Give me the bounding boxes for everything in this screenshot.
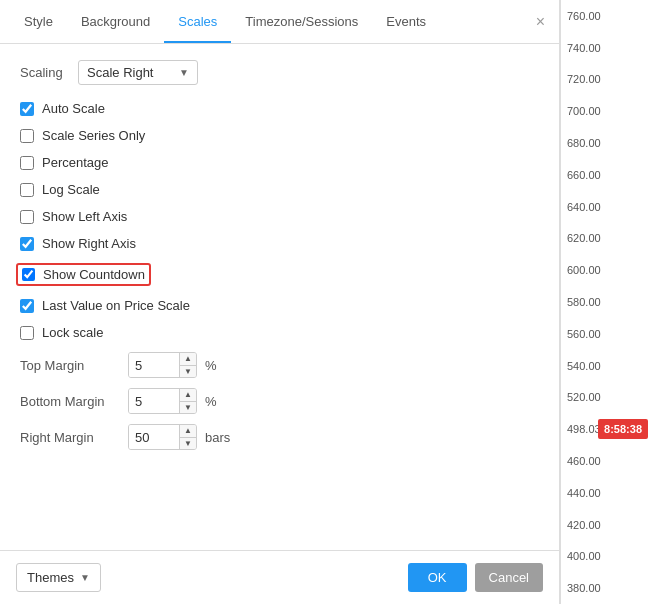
right-margin-input-wrap: ▲ ▼ (128, 424, 197, 450)
price-tick-680: 680.00 (561, 127, 648, 159)
top-margin-spin-down[interactable]: ▼ (180, 366, 196, 379)
price-tick-580: 580.00 (561, 286, 648, 318)
chevron-down-icon: ▼ (179, 67, 189, 78)
themes-label: Themes (27, 570, 74, 585)
right-margin-spin-down[interactable]: ▼ (180, 438, 196, 451)
bottom-margin-unit: % (205, 394, 217, 409)
bottom-margin-spinner: ▲ ▼ (179, 388, 196, 414)
checkbox-row-auto-scale: Auto Scale (20, 101, 539, 116)
top-margin-label: Top Margin (20, 358, 120, 373)
top-margin-spinner: ▲ ▼ (179, 352, 196, 378)
price-tick-400: 400.00 (561, 541, 648, 573)
price-tick-720: 720.00 (561, 64, 648, 96)
show-right-axis-label: Show Right Axis (42, 236, 136, 251)
themes-button[interactable]: Themes ▼ (16, 563, 101, 592)
tabs-bar: Style Background Scales Timezone/Session… (0, 0, 559, 44)
themes-chevron-icon: ▼ (80, 572, 90, 583)
dialog-footer: Themes ▼ OK Cancel (0, 550, 559, 604)
scaling-select[interactable]: Scale Right ▼ (78, 60, 198, 85)
percentage-checkbox[interactable] (20, 156, 34, 170)
checkbox-row-last-value: Last Value on Price Scale (20, 298, 539, 313)
percentage-label: Percentage (42, 155, 109, 170)
tab-style[interactable]: Style (10, 2, 67, 43)
tab-timezone[interactable]: Timezone/Sessions (231, 2, 372, 43)
right-margin-unit: bars (205, 430, 230, 445)
log-scale-checkbox[interactable] (20, 183, 34, 197)
show-countdown-checkbox[interactable] (22, 268, 35, 281)
checkbox-row-show-right-axis: Show Right Axis (20, 236, 539, 251)
price-tick-600: 600.00 (561, 254, 648, 286)
scaling-row: Scaling Scale Right ▼ (20, 60, 539, 85)
auto-scale-checkbox[interactable] (20, 102, 34, 116)
lock-scale-checkbox[interactable] (20, 326, 34, 340)
show-countdown-highlight: Show Countdown (16, 263, 151, 286)
tab-scales[interactable]: Scales (164, 2, 231, 43)
checkbox-row-lock-scale: Lock scale (20, 325, 539, 340)
margin-row-bottom: Bottom Margin ▲ ▼ % (20, 388, 539, 414)
right-margin-spinner: ▲ ▼ (179, 424, 196, 450)
price-tick-440: 440.00 (561, 477, 648, 509)
scaling-select-value: Scale Right (87, 65, 153, 80)
countdown-price-badge: 8:58:38 (598, 419, 648, 439)
checkbox-row-percentage: Percentage (20, 155, 539, 170)
show-right-axis-checkbox[interactable] (20, 237, 34, 251)
price-tick-640: 640.00 (561, 191, 648, 223)
price-tick-highlighted-area: 498.03 8:58:38 (561, 413, 648, 445)
price-tick-380: 380.00 (561, 572, 648, 604)
scaling-label: Scaling (20, 65, 70, 80)
bottom-margin-label: Bottom Margin (20, 394, 120, 409)
bottom-margin-input-wrap: ▲ ▼ (128, 388, 197, 414)
price-tick-620: 620.00 (561, 223, 648, 255)
bottom-margin-spin-up[interactable]: ▲ (180, 388, 196, 402)
last-value-label: Last Value on Price Scale (42, 298, 190, 313)
price-tick-420: 420.00 (561, 509, 648, 541)
top-margin-spin-up[interactable]: ▲ (180, 352, 196, 366)
tab-background[interactable]: Background (67, 2, 164, 43)
margin-row-top: Top Margin ▲ ▼ % (20, 352, 539, 378)
right-margin-label: Right Margin (20, 430, 120, 445)
tab-events[interactable]: Events (372, 2, 440, 43)
lock-scale-label: Lock scale (42, 325, 103, 340)
right-margin-spin-up[interactable]: ▲ (180, 424, 196, 438)
bottom-margin-spin-down[interactable]: ▼ (180, 402, 196, 415)
checkbox-row-scale-series-only: Scale Series Only (20, 128, 539, 143)
show-left-axis-label: Show Left Axis (42, 209, 127, 224)
price-tick-740: 740.00 (561, 32, 648, 64)
dialog-panel: Style Background Scales Timezone/Session… (0, 0, 560, 604)
right-margin-input[interactable] (129, 424, 179, 450)
close-icon[interactable]: × (532, 10, 549, 34)
top-margin-unit: % (205, 358, 217, 373)
scale-series-only-label: Scale Series Only (42, 128, 145, 143)
ok-button[interactable]: OK (408, 563, 467, 592)
price-tick-660: 660.00 (561, 159, 648, 191)
price-scale-ticks: 760.00 740.00 720.00 700.00 680.00 660.0… (561, 0, 648, 604)
footer-buttons: OK Cancel (408, 563, 543, 592)
last-value-checkbox[interactable] (20, 299, 34, 313)
price-tick-700: 700.00 (561, 95, 648, 127)
bottom-margin-input[interactable] (129, 388, 179, 414)
margin-row-right: Right Margin ▲ ▼ bars (20, 424, 539, 450)
price-tick-520: 520.00 (561, 382, 648, 414)
show-left-axis-checkbox[interactable] (20, 210, 34, 224)
checkbox-row-show-countdown: Show Countdown (20, 263, 539, 298)
top-margin-input-wrap: ▲ ▼ (128, 352, 197, 378)
auto-scale-label: Auto Scale (42, 101, 105, 116)
scales-content: Scaling Scale Right ▼ Auto Scale Scale S… (0, 44, 559, 550)
price-tick-560: 560.00 (561, 318, 648, 350)
log-scale-label: Log Scale (42, 182, 100, 197)
checkbox-row-log-scale: Log Scale (20, 182, 539, 197)
price-tick-540: 540.00 (561, 350, 648, 382)
show-countdown-label: Show Countdown (43, 267, 145, 282)
top-margin-input[interactable] (129, 352, 179, 378)
checkbox-row-show-left-axis: Show Left Axis (20, 209, 539, 224)
price-tick-460: 460.00 (561, 445, 648, 477)
cancel-button[interactable]: Cancel (475, 563, 543, 592)
scale-series-only-checkbox[interactable] (20, 129, 34, 143)
price-tick-760: 760.00 (561, 0, 648, 32)
price-scale: 760.00 740.00 720.00 700.00 680.00 660.0… (560, 0, 648, 604)
